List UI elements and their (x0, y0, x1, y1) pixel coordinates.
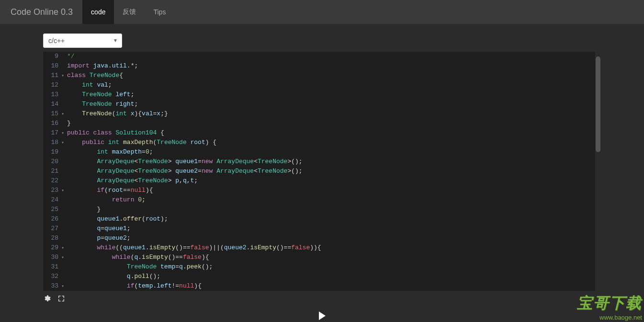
code-line[interactable]: */ (67, 52, 601, 61)
fold-marker[interactable]: ▾ (61, 243, 67, 253)
app-brand: Code Online 0.3 (5, 7, 79, 17)
code-line[interactable]: } (67, 205, 601, 214)
tab-Tips[interactable]: Tips (145, 0, 174, 24)
fold-column[interactable]: ▾▾▾▾▾▾▾▾ (61, 52, 67, 291)
editor-bottom-toolbar (43, 291, 601, 308)
line-number: 21 (43, 167, 58, 176)
line-number: 15 (43, 109, 58, 119)
top-navbar: Code Online 0.3 code反馈Tips (0, 0, 644, 24)
line-number: 31 (43, 262, 58, 272)
code-line[interactable]: q.poll(); (67, 272, 601, 281)
line-number: 28 (43, 233, 58, 243)
line-number: 30 (43, 253, 58, 262)
fold-marker[interactable]: ▾ (61, 138, 67, 147)
tab-反馈[interactable]: 反馈 (114, 0, 145, 24)
watermark-title: 宝哥下载 (577, 293, 642, 314)
fold-marker (61, 147, 67, 157)
run-button-wrap (319, 311, 326, 320)
line-number: 20 (43, 157, 58, 167)
code-line[interactable]: TreeNode temp=q.peek(); (67, 262, 601, 272)
watermark-url: www.baoge.net (577, 314, 642, 321)
fold-marker[interactable]: ▾ (61, 253, 67, 262)
fold-marker (61, 61, 67, 71)
watermark: 宝哥下载 www.baoge.net (577, 293, 642, 321)
fullscreen-icon[interactable] (57, 295, 65, 304)
code-line[interactable]: while(q.isEmpty()==false){ (67, 253, 601, 262)
play-icon[interactable] (319, 311, 326, 320)
fold-marker[interactable]: ▾ (61, 71, 67, 80)
fold-marker (61, 205, 67, 214)
code-line[interactable]: import java.util.*; (67, 61, 601, 71)
fold-marker (61, 233, 67, 243)
line-number-gutter: 9101112131415161718192021222324252627282… (43, 52, 61, 291)
fold-marker[interactable]: ▾ (61, 128, 67, 138)
code-line[interactable]: TreeNode left; (67, 90, 601, 100)
line-number: 25 (43, 205, 58, 214)
main-content: c/c++ 9101112131415161718192021222324252… (0, 24, 644, 318)
line-number: 18 (43, 138, 58, 147)
code-editor[interactable]: 9101112131415161718192021222324252627282… (43, 52, 601, 291)
fold-marker (61, 195, 67, 205)
line-number: 16 (43, 119, 58, 128)
fold-marker (61, 100, 67, 109)
language-selected-value: c/c++ (48, 37, 65, 44)
line-number: 26 (43, 214, 58, 224)
code-line[interactable]: p=queue2; (67, 233, 601, 243)
line-number: 10 (43, 61, 58, 71)
editor-scrollbar-track[interactable] (595, 52, 601, 291)
code-line[interactable]: ArrayDeque<TreeNode> p,q,t; (67, 176, 601, 186)
gear-icon[interactable] (43, 295, 51, 304)
fold-marker[interactable]: ▾ (61, 281, 67, 291)
code-line[interactable]: public class Solution104 { (67, 128, 601, 138)
fold-marker (61, 214, 67, 224)
editor-scrollbar-thumb[interactable] (596, 56, 600, 152)
line-number: 19 (43, 147, 58, 157)
nav-tabs: code反馈Tips (82, 0, 174, 24)
line-number: 29 (43, 243, 58, 253)
fold-marker[interactable]: ▾ (61, 186, 67, 195)
fold-marker (61, 119, 67, 128)
line-number: 12 (43, 80, 58, 90)
line-number: 11 (43, 71, 58, 80)
code-line[interactable]: } (67, 119, 601, 128)
code-line[interactable]: class TreeNode{ (67, 71, 601, 80)
code-line[interactable]: queue1.offer(root); (67, 214, 601, 224)
code-line[interactable]: TreeNode right; (67, 100, 601, 109)
code-text-area[interactable]: */import java.util.*;class TreeNode{ int… (67, 52, 601, 291)
code-line[interactable]: if(temp.left!=null){ (67, 281, 601, 291)
code-line[interactable]: if(root==null){ (67, 186, 601, 195)
line-number: 13 (43, 90, 58, 100)
code-line[interactable]: q=queue1; (67, 224, 601, 233)
line-number: 24 (43, 195, 58, 205)
line-number: 9 (43, 52, 58, 61)
fold-marker (61, 176, 67, 186)
code-line[interactable]: public int maxDepth(TreeNode root) { (67, 138, 601, 147)
line-number: 32 (43, 272, 58, 281)
line-number: 17 (43, 128, 58, 138)
line-number: 14 (43, 100, 58, 109)
fold-marker (61, 262, 67, 272)
fold-marker (61, 52, 67, 61)
code-line[interactable]: ArrayDeque<TreeNode> queue2=new ArrayDeq… (67, 167, 601, 176)
code-line[interactable]: int val; (67, 80, 601, 90)
language-selector[interactable]: c/c++ (43, 33, 122, 48)
fold-marker (61, 272, 67, 281)
line-number: 27 (43, 224, 58, 233)
fold-marker (61, 80, 67, 90)
fold-marker (61, 167, 67, 176)
fold-marker (61, 157, 67, 167)
tab-code[interactable]: code (82, 0, 114, 24)
code-line[interactable]: ArrayDeque<TreeNode> queue1=new ArrayDeq… (67, 157, 601, 167)
code-line[interactable]: TreeNode(int x){val=x;} (67, 109, 601, 119)
fold-marker (61, 224, 67, 233)
fold-marker (61, 90, 67, 100)
line-number: 33 (43, 281, 58, 291)
code-line[interactable]: while((queue1.isEmpty()==false)||(queue2… (67, 243, 601, 253)
line-number: 22 (43, 176, 58, 186)
code-line[interactable]: return 0; (67, 195, 601, 205)
line-number: 23 (43, 186, 58, 195)
code-line[interactable]: int maxDepth=0; (67, 147, 601, 157)
fold-marker[interactable]: ▾ (61, 109, 67, 119)
